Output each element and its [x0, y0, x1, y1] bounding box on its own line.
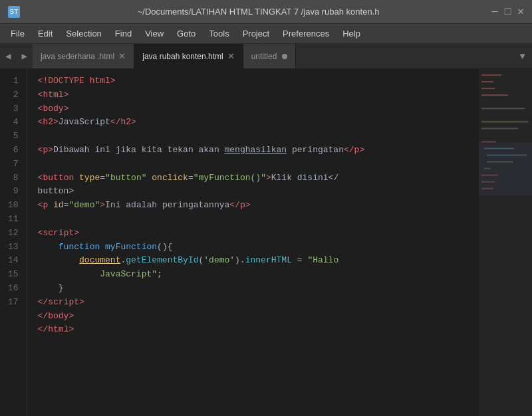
- tab-nav-right[interactable]: ▶: [16, 44, 32, 68]
- menu-bar: File Edit Selection Find View Goto Tools…: [0, 24, 532, 44]
- line-number: 14: [8, 254, 19, 268]
- menu-edit[interactable]: Edit: [33, 27, 58, 40]
- line-number: 11: [8, 213, 19, 227]
- svg-rect-2: [481, 81, 493, 82]
- tab-bar: ◀ ▶ java sederhana .html ✕ java rubah ko…: [0, 44, 532, 69]
- title-bar: ST ~/Documents/LATIHAN HTML TINGKAT 7 /j…: [0, 0, 532, 24]
- menu-file[interactable]: File: [5, 27, 30, 40]
- tab-label: java rubah konten.html: [142, 52, 223, 61]
- svg-rect-7: [481, 128, 518, 129]
- code-editor[interactable]: <!DOCTYPE html> <html> <body> <h2>JavaSc…: [27, 69, 479, 416]
- tab-java-sederhana[interactable]: java sederhana .html ✕: [33, 44, 134, 68]
- tab-label: untitled: [251, 52, 277, 61]
- line-number: 2: [8, 88, 19, 102]
- line-number: 10: [8, 199, 19, 213]
- svg-rect-3: [481, 88, 495, 89]
- window-controls: — □ ✕: [491, 7, 524, 17]
- line-number: 4: [8, 116, 19, 130]
- line-number: 12: [8, 227, 19, 241]
- menu-view[interactable]: View: [140, 27, 169, 40]
- tab-dirty-indicator: [282, 54, 287, 59]
- tab-java-rubah-konten[interactable]: java rubah konten.html ✕: [134, 44, 243, 68]
- tab-label: java sederhana .html: [41, 52, 114, 61]
- svg-rect-8: [481, 141, 496, 142]
- menu-preferences[interactable]: Preferences: [277, 27, 334, 40]
- menu-selection[interactable]: Selection: [61, 27, 106, 40]
- line-number: 16: [8, 282, 19, 296]
- svg-rect-5: [481, 108, 525, 109]
- line-number: 1: [8, 74, 19, 88]
- tab-untitled[interactable]: untitled: [243, 44, 297, 68]
- line-numbers: 1 2 3 4 5 6 7 8 9 10 11 12 13 14 15 16 1…: [0, 69, 27, 416]
- line-number: 3: [8, 102, 19, 116]
- svg-rect-6: [481, 121, 528, 122]
- menu-project[interactable]: Project: [237, 27, 275, 40]
- svg-rect-16: [479, 142, 532, 195]
- line-number: 6: [8, 144, 19, 157]
- svg-rect-4: [481, 94, 508, 96]
- tab-close-java-sederhana[interactable]: ✕: [118, 52, 126, 60]
- menu-tools[interactable]: Tools: [203, 27, 234, 40]
- menu-goto[interactable]: Goto: [172, 27, 201, 40]
- minimap-svg: [479, 69, 532, 416]
- line-number: 17: [8, 296, 19, 310]
- minimize-button[interactable]: —: [491, 7, 498, 17]
- line-number: 15: [8, 268, 19, 282]
- maximize-button[interactable]: □: [505, 7, 511, 17]
- tab-nav-left[interactable]: ◀: [0, 44, 16, 68]
- line-number: 7: [8, 157, 19, 171]
- tab-overflow-button[interactable]: ▼: [513, 51, 532, 62]
- line-number: 9: [8, 185, 19, 199]
- window-title: ~/Documents/LATIHAN HTML TINGKAT 7 /java…: [25, 7, 491, 17]
- line-number: 5: [8, 130, 19, 144]
- editor: 1 2 3 4 5 6 7 8 9 10 11 12 13 14 15 16 1…: [0, 69, 532, 416]
- menu-help[interactable]: Help: [337, 27, 366, 40]
- menu-find[interactable]: Find: [110, 27, 137, 40]
- line-number: 13: [8, 241, 19, 255]
- svg-rect-1: [481, 74, 501, 76]
- minimap[interactable]: [479, 69, 532, 416]
- line-number: 8: [8, 171, 19, 185]
- app-icon: ST: [8, 6, 20, 18]
- close-button[interactable]: ✕: [517, 7, 524, 17]
- tab-close-java-rubah-konten[interactable]: ✕: [227, 52, 235, 60]
